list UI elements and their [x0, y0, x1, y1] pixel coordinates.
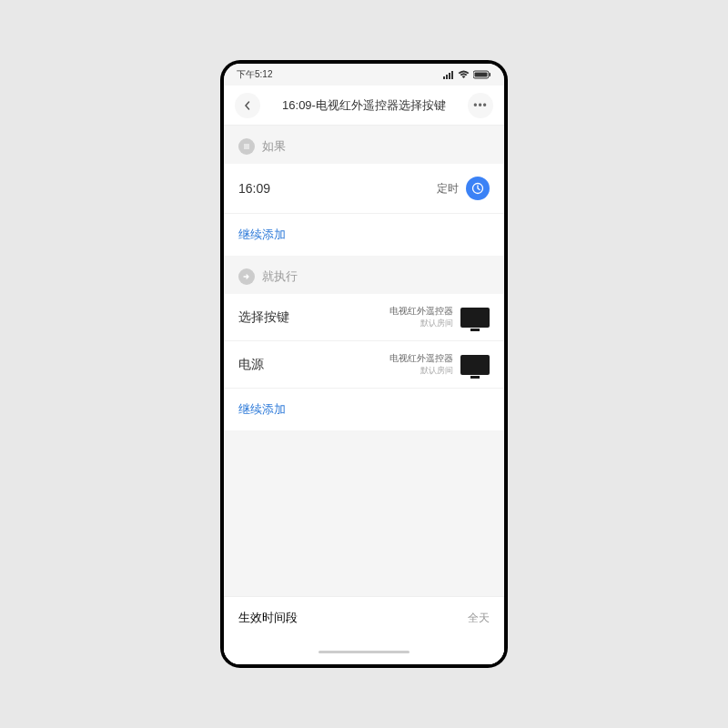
svg-rect-5 [475, 73, 488, 77]
effective-period-value: 全天 [468, 611, 490, 626]
spacer [224, 430, 504, 596]
svg-rect-6 [490, 73, 491, 76]
if-add-link[interactable]: 继续添加 [224, 214, 504, 256]
arrow-right-icon [238, 268, 255, 285]
then-add-link[interactable]: 继续添加 [224, 389, 504, 430]
if-section-header: 如果 [224, 126, 504, 164]
wifi-icon [458, 70, 470, 79]
svg-rect-3 [451, 71, 453, 79]
status-time: 下午5:12 [237, 68, 272, 81]
screen: 下午5:12 16:09-电视红外遥控器选择按键 ••• [224, 64, 504, 664]
effective-period-row[interactable]: 生效时间段 全天 [224, 596, 504, 639]
phone-frame: 下午5:12 16:09-电视红外遥控器选择按键 ••• [220, 60, 508, 668]
more-icon: ••• [473, 99, 488, 112]
svg-rect-0 [443, 76, 445, 79]
action-title: 电源 [238, 357, 264, 373]
action-row-select-key[interactable]: 选择按键 电视红外遥控器 默认房间 [224, 294, 504, 341]
tv-icon [460, 308, 490, 328]
action-title: 选择按键 [238, 309, 289, 326]
page-title: 16:09-电视红外遥控器选择按键 [282, 97, 446, 114]
content: 如果 16:09 定时 继续添加 就执行 选择按键 [224, 126, 504, 664]
back-button[interactable] [235, 93, 260, 118]
list-icon [238, 138, 255, 155]
battery-icon [473, 70, 491, 79]
device-room: 默认房间 [389, 318, 453, 329]
device-name: 电视红外遥控器 [389, 305, 453, 318]
status-bar: 下午5:12 [224, 64, 504, 86]
home-indicator[interactable] [318, 651, 410, 653]
timer-value: 16:09 [238, 181, 270, 196]
svg-rect-2 [449, 73, 450, 79]
timer-row[interactable]: 16:09 定时 [224, 164, 504, 214]
tv-icon [460, 355, 490, 375]
then-section-header: 就执行 [224, 256, 504, 294]
chevron-left-icon [243, 101, 252, 110]
then-label: 就执行 [262, 268, 298, 285]
clock-icon [466, 177, 490, 200]
svg-rect-1 [446, 75, 448, 79]
status-icons [443, 70, 491, 79]
signal-icon [443, 70, 454, 79]
action-row-power[interactable]: 电源 电视红外遥控器 默认房间 [224, 341, 504, 389]
device-room: 默认房间 [389, 365, 453, 377]
home-indicator-area [224, 639, 504, 664]
navbar: 16:09-电视红外遥控器选择按键 ••• [224, 86, 504, 126]
effective-period-label: 生效时间段 [238, 610, 298, 626]
device-name: 电视红外遥控器 [389, 352, 453, 365]
timer-type-label: 定时 [437, 181, 459, 197]
more-button[interactable]: ••• [468, 93, 493, 118]
if-label: 如果 [262, 138, 286, 155]
